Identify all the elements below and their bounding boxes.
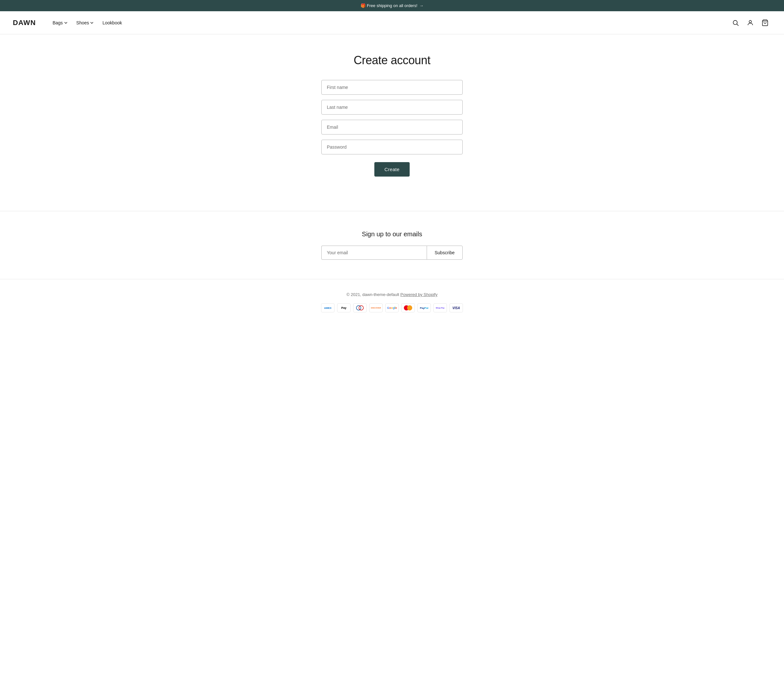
announcement-arrow: → [419, 3, 423, 8]
nav-lookbook-label: Lookbook [102, 20, 122, 25]
payment-icons: AMEX Pay DISCOVER Google PayPal Shop Pay… [321, 303, 463, 313]
payment-amex: AMEX [321, 303, 334, 313]
payment-gpay: Google [385, 303, 399, 313]
search-button[interactable] [730, 17, 742, 29]
cart-button[interactable] [759, 17, 771, 29]
svg-point-2 [749, 20, 751, 23]
header: DAWN Bags Shoes Lookbook [0, 11, 784, 35]
payment-mastercard [401, 303, 415, 313]
subscribe-button[interactable]: Subscribe [427, 245, 463, 260]
announcement-link[interactable]: 🎁 Free shipping on all orders! → [361, 3, 423, 8]
nav-shoes-label: Shoes [76, 20, 89, 25]
powered-by-link[interactable]: Powered by Shopify [400, 292, 438, 297]
payment-apple-pay: Pay [337, 303, 351, 313]
newsletter-email-input[interactable] [321, 245, 427, 260]
chevron-down-icon [90, 22, 94, 24]
svg-line-1 [737, 24, 738, 26]
payment-shopify-pay: Shop Pay [433, 303, 447, 313]
logo[interactable]: DAWN [13, 19, 36, 27]
password-input[interactable] [321, 140, 463, 155]
account-button[interactable] [744, 17, 756, 29]
main-content: Create account Create [0, 35, 784, 211]
account-icon [747, 19, 754, 26]
announcement-text: 🎁 Free shipping on all orders! [361, 3, 417, 8]
svg-point-5 [359, 306, 364, 310]
cart-icon [761, 19, 769, 26]
newsletter-title: Sign up to our emails [362, 230, 422, 238]
search-icon [732, 19, 739, 26]
nav-item-shoes[interactable]: Shoes [72, 18, 97, 28]
nav-item-lookbook[interactable]: Lookbook [99, 18, 126, 28]
copyright: © 2021, dawn-theme-default Powered by Sh… [346, 292, 437, 297]
payment-discover: DISCOVER [369, 303, 383, 313]
announcement-bar: 🎁 Free shipping on all orders! → [0, 0, 784, 11]
newsletter-section: Sign up to our emails Subscribe [0, 211, 784, 279]
chevron-down-icon [64, 22, 68, 24]
page-title: Create account [354, 54, 430, 67]
nav-bags-label: Bags [53, 20, 63, 25]
header-icons [730, 17, 771, 29]
email-input[interactable] [321, 120, 463, 135]
first-name-input[interactable] [321, 80, 463, 95]
newsletter-form: Subscribe [321, 245, 463, 260]
svg-point-0 [733, 20, 738, 25]
last-name-input[interactable] [321, 100, 463, 115]
payment-paypal: PayPal [417, 303, 431, 313]
payment-visa: VISA [450, 303, 463, 313]
main-nav: Bags Shoes Lookbook [49, 18, 730, 28]
payment-diners [353, 303, 367, 313]
svg-point-4 [356, 306, 361, 310]
nav-item-bags[interactable]: Bags [49, 18, 71, 28]
diners-icon [356, 305, 364, 311]
create-button[interactable]: Create [374, 162, 410, 176]
footer: © 2021, dawn-theme-default Powered by Sh… [0, 279, 784, 325]
create-account-form: Create [321, 80, 463, 176]
